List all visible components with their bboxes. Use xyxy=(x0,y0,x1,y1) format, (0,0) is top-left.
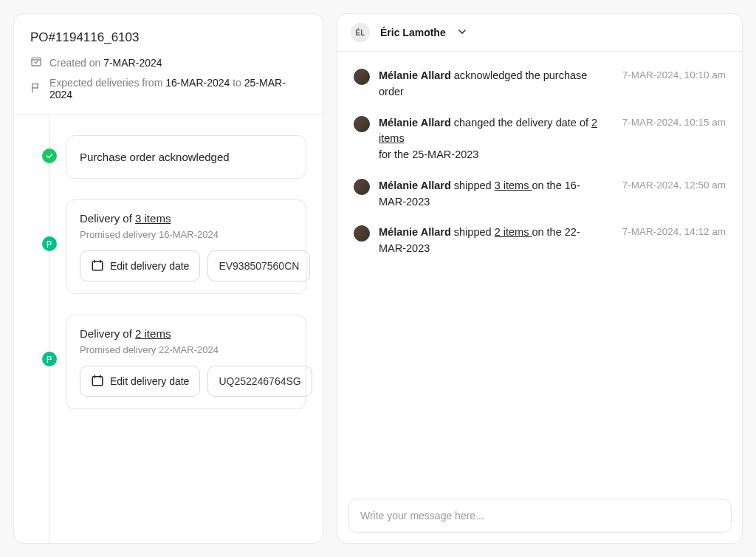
delivery-heading: Delivery of 2 items xyxy=(80,327,292,340)
expected-to-word: to xyxy=(233,77,241,89)
feed-text-line2: for the 25-MAR-2023 xyxy=(379,148,478,160)
po-title: PO#1194116_6103 xyxy=(30,30,306,45)
promised-label: Promised delivery xyxy=(80,344,156,355)
edit-delivery-label: Edit delivery date xyxy=(110,260,189,272)
promised-date: 16-MAR-2024 xyxy=(159,229,219,240)
feed-item: Mélanie Allard acknowledged the purchase… xyxy=(354,68,726,100)
flag-icon xyxy=(30,82,42,96)
po-detail-panel: PO#1194116_6103 Created on 7-MAR-2024 Ex… xyxy=(13,13,323,544)
ack-text: Purchase order acknowledged xyxy=(80,148,292,166)
po-created-line: Created on 7-MAR-2024 xyxy=(30,55,306,69)
feed-timestamp: 7-MAR-2024, 12:50 am xyxy=(622,180,726,211)
avatar xyxy=(354,179,370,195)
tracking-number-field[interactable]: UQ252246764SG xyxy=(207,366,312,397)
expected-label: Expected deliveries from xyxy=(49,77,162,89)
feed-actor: Mélanie Allard xyxy=(379,69,451,81)
created-date: 7-MAR-2024 xyxy=(103,57,162,69)
feed-text: Mélanie Allard changed the delivery date… xyxy=(379,115,606,163)
user-name: Éric Lamothe xyxy=(380,27,446,38)
feed-timestamp: 7-MAR-2024, 10:15 am xyxy=(622,117,726,163)
tracking-number-field[interactable]: EV938507560CN xyxy=(207,250,310,281)
timeline: Purchase order acknowledged Delivery of … xyxy=(14,115,323,543)
created-label: Created on xyxy=(49,57,100,69)
timeline-item-delivery: Delivery of 2 items Promised delivery 22… xyxy=(38,315,306,409)
feed-actor: Mélanie Allard xyxy=(379,226,451,238)
feed-timestamp: 7-MAR-2024, 14:12 am xyxy=(622,226,726,257)
feed-actor: Mélanie Allard xyxy=(379,180,451,191)
feed-item: Mélanie Allard shipped 2 items on the 22… xyxy=(354,225,726,257)
calendar-icon xyxy=(91,259,104,274)
delivery-promised: Promised delivery 22-MAR-2024 xyxy=(80,344,292,355)
svg-rect-1 xyxy=(92,261,103,270)
avatar xyxy=(354,225,370,242)
delivery-promised: Promised delivery 16-MAR-2024 xyxy=(80,229,292,240)
feed-text-part: changed the delivery date of xyxy=(451,117,591,129)
feed-text-part: shipped xyxy=(451,226,495,238)
feed-text: Mélanie Allard shipped 3 items on the 16… xyxy=(379,178,606,211)
timeline-item-delivery: Delivery of 3 items Promised delivery 16… xyxy=(38,199,306,294)
feed-text: Mélanie Allard acknowledged the purchase… xyxy=(379,68,606,100)
feed-link[interactable]: 3 items xyxy=(495,180,532,191)
delivery-flag-icon xyxy=(42,352,57,366)
activity-feed: Mélanie Allard acknowledged the purchase… xyxy=(337,52,742,488)
tracking-number: EV938507560CN xyxy=(219,260,299,272)
edit-delivery-date-button[interactable]: Edit delivery date xyxy=(80,250,200,281)
po-header: PO#1194116_6103 Created on 7-MAR-2024 Ex… xyxy=(14,14,323,115)
promised-label: Promised delivery xyxy=(80,229,156,240)
delivery-title-prefix: Delivery of xyxy=(80,327,132,340)
po-expected-line: Expected deliveries from 16-MAR-2024 to … xyxy=(30,77,306,100)
tracking-number: UQ252246764SG xyxy=(219,375,300,387)
avatar xyxy=(354,116,370,132)
delivery-title-prefix: Delivery of xyxy=(80,212,132,225)
feed-actor: Mélanie Allard xyxy=(379,117,451,129)
activity-panel: ÉL Éric Lamothe Mélanie Allard acknowled… xyxy=(337,13,743,544)
check-circle-icon xyxy=(42,148,57,163)
feed-link[interactable]: 2 items xyxy=(495,226,532,238)
calendar-check-icon xyxy=(30,55,42,69)
edit-delivery-date-button[interactable]: Edit delivery date xyxy=(80,366,200,397)
delivery-items-link[interactable]: 3 items xyxy=(135,212,171,225)
promised-date: 22-MAR-2024 xyxy=(159,344,219,355)
feed-item: Mélanie Allard shipped 3 items on the 16… xyxy=(354,178,726,211)
feed-item: Mélanie Allard changed the delivery date… xyxy=(354,115,726,163)
edit-delivery-label: Edit delivery date xyxy=(110,375,189,387)
delivery-items-link[interactable]: 2 items xyxy=(135,327,171,340)
user-selector[interactable]: ÉL Éric Lamothe xyxy=(337,14,742,52)
feed-timestamp: 7-MAR-2024, 10:10 am xyxy=(622,69,726,100)
svg-rect-0 xyxy=(32,58,41,66)
message-composer xyxy=(337,488,742,543)
delivery-flag-icon xyxy=(42,236,57,251)
message-input[interactable] xyxy=(348,499,732,533)
expected-from: 16-MAR-2024 xyxy=(165,77,230,89)
chevron-down-icon[interactable] xyxy=(456,26,468,40)
delivery-heading: Delivery of 3 items xyxy=(80,212,292,225)
avatar: ÉL xyxy=(351,23,370,42)
calendar-icon xyxy=(91,374,104,389)
feed-text: Mélanie Allard shipped 2 items on the 22… xyxy=(379,225,606,257)
feed-text-part: shipped xyxy=(451,180,495,191)
avatar xyxy=(354,69,370,85)
timeline-item-ack: Purchase order acknowledged xyxy=(38,135,306,179)
svg-rect-2 xyxy=(92,376,103,385)
